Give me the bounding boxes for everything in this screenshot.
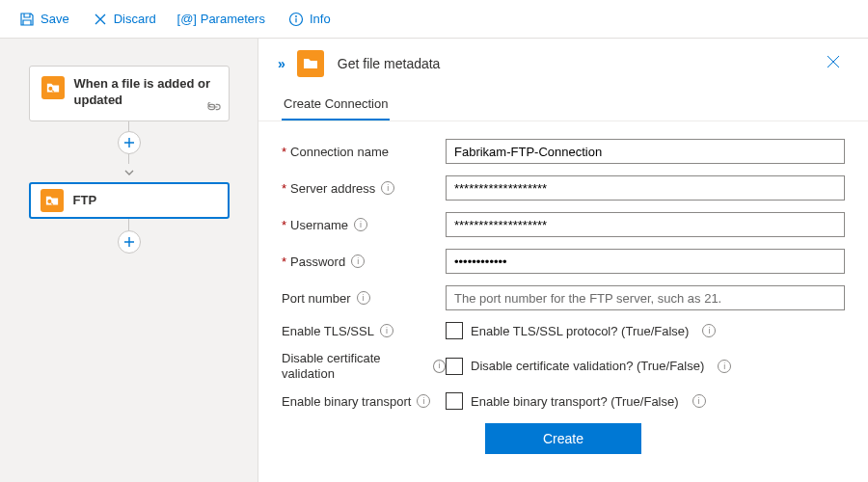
parameters-button[interactable]: [@] Parameters xyxy=(170,6,275,33)
panel-action-icon xyxy=(297,50,324,77)
binary-caption: Enable binary transport? (True/False) xyxy=(471,394,679,409)
cert-caption: Disable certificate validation? (True/Fa… xyxy=(471,359,704,373)
info-icon[interactable]: i xyxy=(433,360,446,373)
port-input[interactable] xyxy=(446,285,845,310)
cert-label: Disable certificate validationi xyxy=(282,351,446,381)
folder-icon xyxy=(41,189,64,212)
svg-rect-2 xyxy=(295,17,296,22)
connector xyxy=(0,121,258,182)
info-icon xyxy=(288,12,304,27)
info-icon[interactable]: i xyxy=(357,291,370,305)
tls-label: Enable TLS/SSLi xyxy=(282,324,446,338)
binary-checkbox[interactable] xyxy=(446,392,463,410)
toolbar: Save Discard [@] Parameters Info xyxy=(0,0,868,39)
server-address-label: *Server addressi xyxy=(282,181,446,196)
info-icon[interactable]: i xyxy=(417,394,430,408)
save-button[interactable]: Save xyxy=(10,6,79,33)
parameters-label: Parameters xyxy=(201,12,265,26)
server-address-input[interactable] xyxy=(446,175,845,201)
panel-header: » Get file metadata xyxy=(258,39,868,89)
svg-point-3 xyxy=(48,87,52,91)
create-button[interactable]: Create xyxy=(485,423,641,454)
info-icon[interactable]: i xyxy=(354,218,367,231)
connector-end xyxy=(0,219,258,254)
info-icon[interactable]: i xyxy=(692,394,706,408)
info-icon[interactable]: i xyxy=(381,181,394,195)
info-icon[interactable]: i xyxy=(380,324,393,337)
cert-checkbox[interactable] xyxy=(446,358,463,375)
ftp-title: FTP xyxy=(73,193,97,209)
save-icon xyxy=(19,12,35,27)
collapse-chevron-icon[interactable]: » xyxy=(278,56,285,71)
discard-label: Discard xyxy=(114,12,156,26)
info-icon[interactable]: i xyxy=(351,254,365,268)
tls-caption: Enable TLS/SSL protocol? (True/False) xyxy=(471,324,689,338)
info-label: Info xyxy=(310,12,331,26)
trigger-node[interactable]: When a file is added or updated xyxy=(29,66,230,121)
connection-name-label: *Connection name xyxy=(282,145,446,159)
svg-point-1 xyxy=(295,15,297,17)
info-icon[interactable]: i xyxy=(718,360,731,373)
binary-label: Enable binary transporti xyxy=(282,394,446,409)
folder-icon xyxy=(41,76,65,99)
info-icon[interactable]: i xyxy=(702,324,716,337)
svg-point-4 xyxy=(47,200,51,203)
detail-panel: » Get file metadata Create Connection *C… xyxy=(258,39,868,482)
save-label: Save xyxy=(41,12,69,26)
parameters-icon: [@] xyxy=(179,12,195,27)
tabstrip: Create Connection xyxy=(258,89,868,121)
connection-name-input[interactable] xyxy=(446,139,845,164)
tls-checkbox[interactable] xyxy=(446,322,463,339)
tab-create-connection[interactable]: Create Connection xyxy=(282,89,390,120)
workflow-canvas[interactable]: When a file is added or updated FTP xyxy=(0,39,258,482)
discard-button[interactable]: Discard xyxy=(83,6,166,33)
close-icon[interactable] xyxy=(826,54,849,74)
panel-title: Get file metadata xyxy=(338,56,441,71)
username-label: *Usernamei xyxy=(282,218,446,232)
link-icon xyxy=(207,100,221,115)
port-label: Port numberi xyxy=(282,291,446,306)
connection-form: *Connection name *Server addressi *Usern… xyxy=(258,121,868,464)
username-input[interactable] xyxy=(446,212,845,237)
add-step-button-2[interactable] xyxy=(118,230,141,254)
trigger-title: When a file is added or updated xyxy=(74,76,217,109)
add-step-button[interactable] xyxy=(118,131,141,154)
password-input[interactable] xyxy=(446,249,845,274)
info-button[interactable]: Info xyxy=(279,6,340,33)
ftp-node[interactable]: FTP xyxy=(29,182,230,219)
discard-icon xyxy=(93,12,108,27)
password-label: *Passwordi xyxy=(282,254,446,269)
arrow-down-icon xyxy=(124,166,134,180)
